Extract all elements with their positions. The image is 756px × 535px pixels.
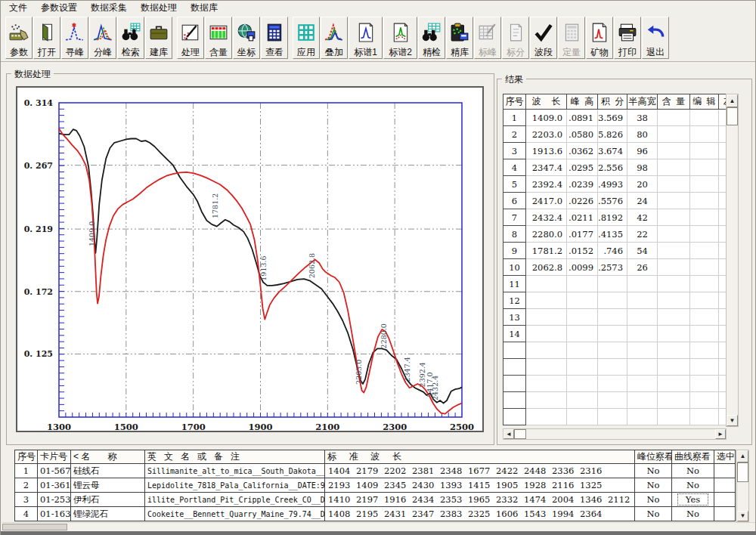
result-cell[interactable]	[627, 292, 658, 309]
result-cell[interactable]: .746	[598, 243, 627, 259]
selected-cell[interactable]	[714, 464, 736, 478]
result-cell[interactable]	[526, 292, 567, 309]
curve-view-cell[interactable]: No	[672, 507, 714, 521]
selected-cell[interactable]	[714, 478, 736, 493]
result-cell[interactable]	[658, 326, 690, 342]
result-index-cell[interactable]: 1	[503, 110, 526, 126]
result-index-cell[interactable]: 5	[503, 176, 526, 193]
result-cell[interactable]: 54	[627, 243, 658, 259]
result-cell[interactable]	[690, 309, 719, 326]
result-cell[interactable]	[567, 326, 598, 342]
menu-item-parameter-settings[interactable]: 参数设置	[34, 1, 84, 16]
toolbar-button-split-peak[interactable]: 分峰	[89, 17, 116, 59]
result-cell[interactable]	[658, 226, 690, 243]
mineral-card-cell[interactable]: 01-567	[38, 464, 71, 478]
result-cell[interactable]	[627, 326, 658, 342]
mineral-name-cell[interactable]: 锂云母	[71, 478, 145, 493]
result-cell[interactable]: 38	[627, 110, 658, 126]
mineral-card-cell[interactable]: 01-163	[38, 507, 71, 521]
peak-view-cell[interactable]: No	[635, 493, 672, 507]
result-cell[interactable]	[690, 126, 719, 143]
result-cell[interactable]	[567, 292, 598, 309]
result-cell[interactable]	[690, 276, 719, 292]
result-cell[interactable]	[658, 159, 690, 176]
result-index-cell[interactable]: 9	[503, 243, 526, 259]
result-cell[interactable]: 2432.4	[526, 209, 567, 226]
result-cell[interactable]: .8192	[598, 209, 627, 226]
result-cell[interactable]	[690, 292, 719, 309]
result-cell[interactable]: 2062.8	[526, 259, 567, 276]
curve-view-cell[interactable]: No	[672, 464, 714, 478]
result-cell[interactable]	[598, 276, 627, 292]
result-cell[interactable]: .0211	[567, 209, 598, 226]
result-cell[interactable]: 2203.0	[526, 126, 567, 143]
results-horizontal-scrollbar[interactable]: ◄ ►	[503, 428, 727, 440]
result-cell[interactable]	[690, 209, 719, 226]
peak-view-cell[interactable]: No	[635, 478, 672, 493]
result-cell[interactable]	[690, 226, 719, 243]
selected-cell[interactable]	[714, 507, 736, 521]
toolbar-button-process[interactable]: 处理	[177, 17, 204, 59]
mineral-index-cell[interactable]: 3	[15, 493, 38, 507]
result-cell[interactable]	[690, 110, 719, 126]
result-cell[interactable]	[658, 176, 690, 193]
result-cell[interactable]	[690, 259, 719, 276]
mineral-row[interactable]: 401-163锂绿泥石Cookeite__Bennett_Quarry_Main…	[15, 507, 736, 521]
result-cell[interactable]: 22	[627, 226, 658, 243]
mineral-index-cell[interactable]: 2	[15, 478, 38, 493]
result-cell[interactable]: .0580	[567, 126, 598, 143]
result-cell[interactable]: .0295	[567, 159, 598, 176]
toolbar-button-find-peak[interactable]: 寻峰	[61, 17, 88, 59]
result-cell[interactable]: 98	[627, 159, 658, 176]
result-cell[interactable]: .0177	[567, 226, 598, 243]
mineral-name-cell[interactable]: 锂绿泥石	[71, 507, 145, 521]
toolbar-button-ref-spectrum-2[interactable]: 标谱2	[383, 17, 417, 59]
result-cell[interactable]	[526, 276, 567, 292]
result-cell[interactable]: .0099	[567, 259, 598, 276]
mineral-row[interactable]: 101-567硅线石Sillimanite_alt_to_mica__South…	[15, 464, 736, 478]
menu-item-data-acquisition[interactable]: 数据采集	[84, 1, 134, 16]
result-index-cell[interactable]: 6	[503, 193, 526, 209]
result-cell[interactable]	[658, 276, 690, 292]
result-cell[interactable]: 20	[627, 176, 658, 193]
result-cell[interactable]	[627, 309, 658, 326]
mineral-wavelengths-cell[interactable]: 1410219719162434235319652332147420041346…	[325, 493, 635, 507]
toolbar-button-mineral[interactable]: 矿物	[586, 17, 613, 59]
toolbar-button-fine-search[interactable]: 精检	[418, 17, 445, 59]
toolbar-button-fine-library[interactable]: 精库	[446, 17, 473, 59]
toolbar-button-band-check[interactable]: 波段	[530, 17, 557, 59]
result-cell[interactable]: .2573	[598, 259, 627, 276]
result-cell[interactable]	[598, 326, 627, 342]
toolbar-button-content[interactable]: 含量	[205, 17, 232, 59]
mineral-english-cell[interactable]: illite_Portland_Pit_Cripple_Creek_CO__DA	[145, 493, 325, 507]
result-cell[interactable]: 80	[627, 126, 658, 143]
result-index-cell[interactable]: 8	[503, 226, 526, 243]
curve-view-toggle[interactable]: Yes	[677, 493, 708, 506]
mineral-english-cell[interactable]: Lepidolite_7818_Pala_California__DATE:94	[145, 478, 325, 493]
toolbar-button-ref-spectrum-1[interactable]: 标谱1	[349, 17, 383, 59]
scroll-thumb[interactable]	[727, 107, 738, 125]
result-cell[interactable]: 2347.4	[526, 159, 567, 176]
result-cell[interactable]: 2280.0	[526, 226, 567, 243]
mineral-index-cell[interactable]: 4	[15, 507, 38, 521]
mineral-card-cell[interactable]: 01-253	[38, 493, 71, 507]
scroll-thumb[interactable]	[2, 524, 67, 530]
mineral-english-cell[interactable]: Sillimanite_alt_to_mica__South_Dakota__D	[145, 464, 325, 478]
toolbar-button-exit[interactable]: 退出	[642, 17, 669, 59]
result-cell[interactable]	[658, 309, 690, 326]
minerals-vertical-scrollbar[interactable]: ▲ ▼	[736, 450, 749, 522]
result-cell[interactable]: .0362	[567, 143, 598, 159]
mineral-card-cell[interactable]: 01-361	[38, 478, 71, 493]
toolbar-button-build-library[interactable]: 建库	[145, 17, 172, 59]
scroll-down-button[interactable]: ▼	[737, 511, 748, 521]
mineral-wavelengths-cell[interactable]: 1408219524312347238323251606154319942364	[325, 507, 635, 521]
result-index-cell[interactable]: 10	[503, 259, 526, 276]
result-cell[interactable]: .5576	[598, 193, 627, 209]
result-cell[interactable]	[658, 292, 690, 309]
mineral-name-cell[interactable]: 伊利石	[71, 493, 145, 507]
result-cell[interactable]	[567, 276, 598, 292]
menu-item-database[interactable]: 数据库	[184, 1, 225, 16]
result-cell[interactable]: .0226	[567, 193, 598, 209]
toolbar-button-coordinates[interactable]: 坐标	[233, 17, 260, 59]
toolbar-button-open[interactable]: 打开	[33, 17, 60, 59]
